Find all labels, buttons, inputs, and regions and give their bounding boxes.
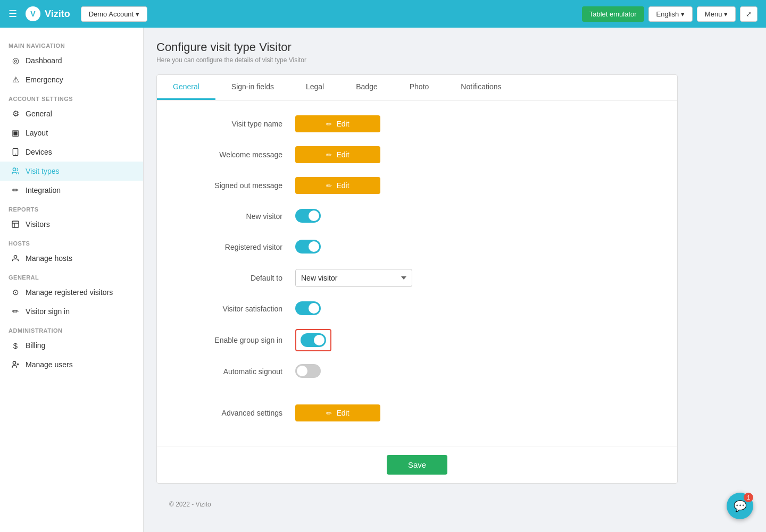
save-button[interactable]: Save xyxy=(387,455,447,475)
sidebar-label-dashboard: Dashboard xyxy=(26,56,62,65)
control-new-visitor xyxy=(295,209,656,224)
field-visitor-satisfaction: Visitor satisfaction xyxy=(178,298,656,319)
label-enable-group-sign-in: Enable group sign in xyxy=(178,336,295,344)
general-icon: ⚙ xyxy=(11,109,20,119)
control-signed-out-message: ✏ Edit xyxy=(295,177,656,194)
tab-photo[interactable]: Photo xyxy=(394,75,445,100)
control-welcome-message: ✏ Edit xyxy=(295,146,656,163)
main-content: Configure visit type Visitor Here you ca… xyxy=(144,28,766,532)
visit-types-icon xyxy=(11,166,20,176)
field-visit-type-name: Visit type name ✏ Edit xyxy=(178,113,656,134)
edit-visit-type-name-button[interactable]: ✏ Edit xyxy=(295,115,380,132)
edit-advanced-settings-button[interactable]: ✏ Edit xyxy=(295,404,380,421)
sidebar-item-integration[interactable]: ✏ Integration xyxy=(0,181,143,200)
sidebar-item-visit-types[interactable]: Visit types xyxy=(0,162,143,181)
config-card: General Sign-in fields Legal Badge Photo… xyxy=(156,74,678,484)
sidebar-item-visitor-sign-in[interactable]: ✏ Visitor sign in xyxy=(0,302,143,321)
toggle-enable-group-sign-in-slider xyxy=(301,333,326,347)
sidebar-label-devices: Devices xyxy=(26,148,52,156)
sidebar-label-general: General xyxy=(26,109,52,118)
field-new-visitor: New visitor xyxy=(178,206,656,227)
field-registered-visitor: Registered visitor xyxy=(178,237,656,258)
toggle-automatic-signout[interactable] xyxy=(295,364,321,378)
english-button[interactable]: English ▾ xyxy=(648,6,693,22)
label-welcome-message: Welcome message xyxy=(178,150,295,159)
logo: V Vizito xyxy=(26,6,70,21)
tab-general[interactable]: General xyxy=(157,75,215,100)
svg-point-7 xyxy=(13,361,15,364)
emergency-icon: ⚠ xyxy=(11,75,20,85)
chat-button[interactable]: 💬 1 xyxy=(727,493,753,519)
pencil-icon-2: ✏ xyxy=(326,151,332,159)
sidebar-section-general: General xyxy=(0,268,143,283)
label-signed-out-message: Signed out message xyxy=(178,181,295,190)
visitor-sign-in-icon: ✏ xyxy=(11,307,20,316)
label-automatic-signout: Automatic signout xyxy=(178,367,295,376)
card-footer: Save xyxy=(157,446,677,483)
toggle-new-visitor[interactable] xyxy=(295,209,321,223)
toggle-enable-group-sign-in[interactable] xyxy=(301,333,326,347)
sidebar-item-layout[interactable]: ▣ Layout xyxy=(0,123,143,142)
control-visit-type-name: ✏ Edit xyxy=(295,115,656,132)
label-registered-visitor: Registered visitor xyxy=(178,243,295,251)
sidebar-item-billing[interactable]: $ Billing xyxy=(0,336,143,355)
control-default-to: New visitor Registered visitor xyxy=(295,269,656,287)
edit-signed-out-message-button[interactable]: ✏ Edit xyxy=(295,177,380,194)
sidebar-item-emergency[interactable]: ⚠ Emergency xyxy=(0,70,143,89)
toggle-registered-visitor[interactable] xyxy=(295,240,321,254)
edit-welcome-message-button[interactable]: ✏ Edit xyxy=(295,146,380,163)
form-body: Visit type name ✏ Edit Welcome message ✏ xyxy=(157,100,677,446)
expand-button[interactable]: ⤢ xyxy=(740,6,757,22)
sidebar-item-dashboard[interactable]: ◎ Dashboard xyxy=(0,51,143,70)
control-automatic-signout xyxy=(295,364,656,379)
dashboard-icon: ◎ xyxy=(11,56,20,65)
control-visitor-satisfaction xyxy=(295,301,656,317)
tablet-emulator-button[interactable]: Tablet emulator xyxy=(582,6,644,22)
highlight-group-sign-in xyxy=(295,329,331,351)
tab-badge[interactable]: Badge xyxy=(340,75,393,100)
manage-registered-icon: ⊙ xyxy=(11,288,20,297)
control-enable-group-sign-in xyxy=(295,329,656,351)
hamburger-button[interactable]: ☰ xyxy=(9,8,17,20)
sidebar-label-visitors: Visitors xyxy=(26,220,50,229)
svg-point-1 xyxy=(15,154,15,154)
sidebar-item-visitors[interactable]: Visitors xyxy=(0,215,143,234)
demo-account-button[interactable]: Demo Account ▾ xyxy=(81,6,147,22)
header: ☰ V Vizito Demo Account ▾ Tablet emulato… xyxy=(0,0,766,28)
sidebar-item-manage-registered[interactable]: ⊙ Manage registered visitors xyxy=(0,283,143,302)
field-advanced-settings: Advanced settings ✏ Edit xyxy=(178,402,656,424)
field-signed-out-message: Signed out message ✏ Edit xyxy=(178,175,656,196)
pencil-icon-3: ✏ xyxy=(326,182,332,190)
toggle-automatic-signout-slider xyxy=(295,364,321,378)
copyright-text: © 2022 - Vizito xyxy=(169,501,211,508)
toggle-visitor-satisfaction[interactable] xyxy=(295,301,321,315)
manage-users-icon xyxy=(11,360,20,369)
chat-badge: 1 xyxy=(744,493,753,502)
sidebar-section-account-settings: Account settings xyxy=(0,89,143,104)
label-new-visitor: New visitor xyxy=(178,212,295,221)
menu-button[interactable]: Menu ▾ xyxy=(697,6,736,22)
tab-legal[interactable]: Legal xyxy=(290,75,340,100)
field-enable-group-sign-in: Enable group sign in xyxy=(178,329,656,351)
sidebar-item-manage-users[interactable]: Manage users xyxy=(0,355,143,374)
sidebar-label-emergency: Emergency xyxy=(26,75,63,84)
sidebar-label-visit-types: Visit types xyxy=(26,167,60,175)
tab-notifications[interactable]: Notifications xyxy=(445,75,517,100)
sidebar-item-general[interactable]: ⚙ General xyxy=(0,104,143,123)
sidebar-item-manage-hosts[interactable]: Manage hosts xyxy=(0,249,143,268)
label-visitor-satisfaction: Visitor satisfaction xyxy=(178,305,295,313)
control-advanced-settings: ✏ Edit xyxy=(295,404,656,421)
sidebar-label-visitor-sign-in: Visitor sign in xyxy=(26,307,70,316)
sidebar-label-manage-users: Manage users xyxy=(26,360,73,369)
toggle-registered-visitor-slider xyxy=(295,240,321,254)
tab-sign-in-fields[interactable]: Sign-in fields xyxy=(215,75,290,100)
page-title: Configure visit type Visitor xyxy=(156,40,753,54)
sidebar: Main Navigation ◎ Dashboard ⚠ Emergency … xyxy=(0,28,144,532)
devices-icon xyxy=(11,147,20,157)
manage-hosts-icon xyxy=(11,254,20,263)
svg-point-2 xyxy=(13,168,15,171)
sidebar-item-devices[interactable]: Devices xyxy=(0,142,143,162)
sidebar-label-billing: Billing xyxy=(26,341,45,350)
select-default-to[interactable]: New visitor Registered visitor xyxy=(295,269,412,287)
integration-icon: ✏ xyxy=(11,185,20,195)
